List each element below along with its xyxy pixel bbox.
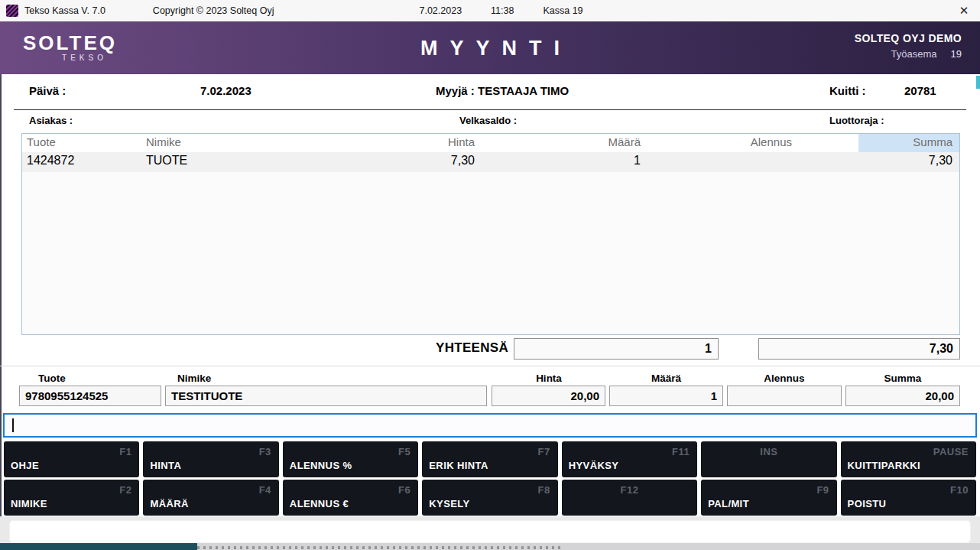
f12-key-label: F12 bbox=[562, 484, 697, 496]
page-title: MYYNTI bbox=[0, 37, 980, 60]
price-field[interactable] bbox=[492, 386, 605, 406]
table-row[interactable]: 1424872 TUOTE 7,30 1 7,30 bbox=[22, 152, 959, 172]
workstation-number: 19 bbox=[951, 48, 962, 60]
credit-limit-label: Luottoraja : bbox=[829, 115, 884, 126]
background-window-edge bbox=[0, 543, 197, 550]
sales-lines-table: Tuote Nimike Hinta Määrä Alennus Summa 1… bbox=[21, 133, 960, 335]
close-icon[interactable]: ✕ bbox=[956, 3, 972, 18]
message-box bbox=[9, 520, 971, 543]
banner-right-info: SOLTEQ OYJ DEMO Työasema19 bbox=[855, 32, 962, 60]
clipped-background-text bbox=[197, 546, 564, 549]
row-maara: 1 bbox=[519, 154, 641, 168]
product-name-field[interactable] bbox=[165, 386, 487, 406]
date-label: Päivä : bbox=[29, 84, 66, 97]
row-summa: 7,30 bbox=[850, 154, 952, 168]
entry-label-tuote: Tuote bbox=[38, 373, 66, 384]
titlebar-time: 11:38 bbox=[491, 5, 514, 16]
f5-key-label: F5 bbox=[398, 446, 410, 457]
totals-label: YHTEENSÄ bbox=[436, 340, 508, 356]
line-sum-field[interactable] bbox=[845, 386, 960, 406]
col-header-maara: Määrä bbox=[519, 135, 641, 148]
ins-key-label: INS bbox=[701, 446, 836, 457]
col-header-hinta: Hinta bbox=[343, 135, 475, 148]
debt-balance-label: Velkasaldo : bbox=[459, 115, 517, 126]
col-header-tuote: Tuote bbox=[27, 135, 141, 148]
workstation-info: Työasema19 bbox=[855, 48, 962, 60]
poistu-f10-button[interactable]: POISTUF10 bbox=[841, 480, 976, 516]
row-nimike: TUOTE bbox=[146, 154, 329, 168]
entry-label-maara: Määrä bbox=[609, 373, 723, 384]
table-header-row: Tuote Nimike Hinta Määrä Alennus Summa bbox=[22, 134, 959, 152]
kuittiparkki-pause-button[interactable]: KUITTIPARKKIPAUSE bbox=[841, 441, 976, 477]
discount-field[interactable] bbox=[727, 386, 842, 406]
maara-f4-button[interactable]: MÄÄRÄF4 bbox=[143, 480, 278, 516]
bottom-status-area bbox=[0, 516, 980, 550]
copyright-text: Copyright © 2023 Solteq Oyj bbox=[153, 5, 274, 16]
background-window-strip bbox=[0, 543, 980, 550]
erik-hinta-f7-button[interactable]: ERIK HINTAF7 bbox=[422, 441, 557, 477]
receipt-number: 20781 bbox=[904, 84, 936, 97]
receipt-label: Kuitti : bbox=[829, 84, 865, 97]
alennus-percent-f5-button[interactable]: ALENNUS %F5 bbox=[283, 441, 418, 477]
f6-key-label: F6 bbox=[398, 484, 410, 496]
app-icon bbox=[6, 5, 18, 17]
entry-label-summa: Summa bbox=[845, 373, 960, 384]
f10-key-label: F10 bbox=[950, 484, 969, 496]
entry-label-nimike: Nimike bbox=[177, 373, 211, 384]
pause-key-label: PAUSE bbox=[933, 446, 969, 457]
col-header-nimike: Nimike bbox=[146, 135, 329, 148]
totals-row: YHTEENSÄ 1 7,30 bbox=[0, 338, 980, 361]
entry-label-hinta: Hinta bbox=[492, 373, 606, 384]
col-header-alennus: Alennus bbox=[672, 135, 792, 148]
title-bar: Tekso Kassa V. 7.0 Copyright © 2023 Solt… bbox=[0, 0, 980, 21]
hyvaksy-f11-button[interactable]: HYVÄKSYF11 bbox=[562, 441, 697, 477]
command-input-wrapper bbox=[3, 413, 977, 438]
ins-button[interactable]: INS bbox=[701, 441, 836, 477]
seller-label: Myyjä : TESTAAJA TIMO bbox=[436, 84, 569, 97]
entry-labels-row: Tuote Nimike Hinta Määrä Alennus Summa bbox=[0, 373, 980, 385]
f9-key-label: F9 bbox=[816, 484, 829, 496]
nimike-f2-button[interactable]: NIMIKEF2 bbox=[4, 480, 139, 516]
titlebar-date: 7.02.2023 bbox=[419, 5, 462, 16]
f11-key-label: F11 bbox=[672, 446, 690, 457]
row-tuote: 1424872 bbox=[27, 154, 141, 168]
command-input[interactable] bbox=[5, 415, 975, 436]
col-header-summa: Summa bbox=[850, 135, 952, 148]
separator-line bbox=[14, 109, 966, 110]
f3-key-label: F3 bbox=[259, 446, 271, 457]
product-code-field[interactable] bbox=[19, 386, 161, 406]
text-caret bbox=[12, 418, 14, 432]
window-title: Tekso Kassa V. 7.0 bbox=[24, 5, 105, 16]
alennus-euro-f6-button[interactable]: ALENNUS €F6 bbox=[283, 480, 418, 516]
quantity-field[interactable] bbox=[609, 386, 723, 406]
date-value: 7.02.2023 bbox=[200, 84, 251, 97]
pal-mit-f9-button[interactable]: PAL/MITF9 bbox=[701, 480, 836, 516]
f7-key-label: F7 bbox=[538, 446, 550, 457]
total-quantity-box: 1 bbox=[514, 338, 719, 360]
total-sum-box: 7,30 bbox=[758, 338, 960, 360]
hinta-f3-button[interactable]: HINTAF3 bbox=[143, 441, 278, 477]
f2-key-label: F2 bbox=[119, 484, 131, 496]
entry-label-alennus: Alennus bbox=[727, 373, 842, 384]
window-left-edge bbox=[0, 74, 2, 550]
customer-label: Asiakas : bbox=[29, 115, 73, 126]
row-hinta: 7,30 bbox=[343, 154, 475, 168]
f8-key-label: F8 bbox=[538, 484, 550, 496]
receipt-info-row: Päivä : 7.02.2023 Myyjä : TESTAAJA TIMO … bbox=[0, 84, 980, 101]
section-divider bbox=[0, 366, 980, 366]
function-key-panel: OHJEF1 HINTAF3 ALENNUS %F5 ERIK HINTAF7 … bbox=[4, 441, 976, 516]
pos-window: Tekso Kassa V. 7.0 Copyright © 2023 Solt… bbox=[0, 0, 980, 550]
kysely-f8-button[interactable]: KYSELYF8 bbox=[422, 480, 557, 516]
customer-info-row: Asiakas : Velkasaldo : Luottoraja : bbox=[0, 115, 980, 129]
f12-button[interactable]: F12 bbox=[562, 480, 697, 516]
header-banner: SOLTEQ TEKSO MYYNTI SOLTEQ OYJ DEMO Työa… bbox=[0, 21, 980, 74]
workstation-label: Työasema bbox=[891, 48, 937, 60]
company-name: SOLTEQ OYJ DEMO bbox=[855, 32, 962, 44]
f4-key-label: F4 bbox=[259, 484, 271, 496]
ohje-f1-button[interactable]: OHJEF1 bbox=[4, 441, 139, 477]
f1-key-label: F1 bbox=[119, 446, 131, 457]
register-number: Kassa 19 bbox=[543, 5, 582, 16]
